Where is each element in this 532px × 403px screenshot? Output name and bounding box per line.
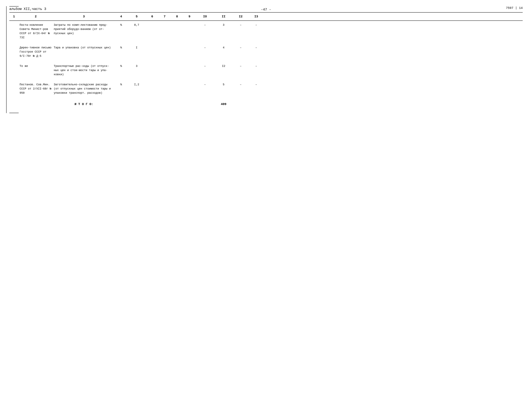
table-row: Поста-новление Совета Минист-ров СССР от…	[9, 22, 523, 40]
itogo-spacer-6	[146, 104, 158, 105]
bottom-rule	[9, 113, 19, 113]
cell-r1-c6	[146, 22, 158, 24]
itogo-spacer-1	[9, 104, 19, 105]
cell-r2-c13: –	[248, 45, 264, 50]
itogo-spacer-10	[196, 104, 214, 105]
cell-r4-c7	[158, 82, 171, 83]
cell-r2-c9	[183, 45, 196, 46]
cell-r4-c4: %	[115, 82, 127, 87]
itogo-spacer-7	[158, 104, 171, 105]
table-row: Дирек-тивное письмо Госстроя СССР от 9/I…	[9, 45, 523, 59]
top-rule-line	[9, 6, 19, 6]
cell-r2-c7	[158, 45, 171, 46]
col-header-1: 1	[9, 14, 19, 19]
cell-r1-c3: Затраты по комп-лектованию пред-приятий …	[53, 22, 115, 36]
itogo-label: И Т О Г О:	[53, 101, 115, 107]
cell-r2-c12: –	[233, 45, 248, 50]
album-title: альбом XII,часть 3	[9, 7, 46, 11]
cell-r2-c5: I	[127, 45, 146, 50]
itogo-row: И Т О Г О: 409	[9, 100, 523, 108]
cell-r1-c5: 0,7	[127, 22, 146, 28]
col-header-2: 2	[19, 14, 53, 19]
top-section: альбом XII,часть 3	[9, 6, 46, 11]
cell-r3-c3: Транспортные рас-ходы (от отпуск-ных цен…	[53, 63, 115, 77]
cell-r4-c13: –	[248, 82, 264, 87]
cell-r1-c1	[9, 22, 19, 24]
col-header-8: 8	[171, 14, 183, 19]
cell-r4-c11: 5	[214, 82, 233, 87]
left-border-rule	[6, 6, 6, 113]
cell-r1-c8	[171, 22, 183, 24]
col-header-11: II	[214, 14, 233, 19]
cell-r2-c3: Тара и упаковка (от отпускных цен)	[53, 45, 115, 50]
cell-r4-c9	[183, 82, 196, 83]
cell-r4-c10: –	[196, 82, 214, 87]
cell-r3-c4: %	[115, 63, 127, 69]
cell-r4-c3: Заготовительно-складские расходы (от отп…	[53, 82, 115, 96]
column-headers: 1 2 3 4 5 6 7 8 9 IO II I2 I3	[9, 12, 523, 21]
cell-r1-c11: 3	[214, 22, 233, 28]
cell-r3-c1	[9, 63, 19, 65]
cell-r2-c6	[146, 45, 158, 46]
cell-r3-c6	[146, 63, 158, 65]
col-header-6: 6	[146, 14, 158, 19]
cell-r3-c11: I2	[214, 63, 233, 69]
cell-r3-c10: –	[196, 63, 214, 69]
cell-r1-c12: –	[233, 22, 248, 28]
cell-r3-c7	[158, 63, 171, 65]
cell-r1-c7	[158, 22, 171, 24]
cell-r3-c5: 3	[127, 63, 146, 69]
cell-r4-c6	[146, 82, 158, 83]
cell-r2-c1	[9, 45, 19, 46]
cell-r3-c2: То же	[19, 63, 53, 69]
cell-r4-c8	[171, 82, 183, 83]
cell-r2-c10: –	[196, 45, 214, 50]
col-header-7: 7	[158, 14, 171, 19]
cell-r3-c9	[183, 63, 196, 65]
itogo-spacer-9	[183, 104, 196, 105]
table-body: Поста-новление Совета Минист-ров СССР от…	[9, 22, 523, 108]
cell-r4-c5: I,2	[127, 82, 146, 87]
col-header-10: IO	[196, 14, 214, 19]
itogo-value: 409	[214, 101, 233, 107]
col-header-9: 9	[183, 14, 196, 19]
page-number: -47 -	[261, 8, 271, 12]
cell-r1-c4: %	[115, 22, 127, 28]
cell-r3-c12: –	[233, 63, 248, 69]
itogo-spacer-5	[127, 104, 146, 105]
itogo-spacer-4	[115, 104, 127, 105]
table-row: То же Транспортные рас-ходы (от отпуск-н…	[9, 63, 523, 77]
table-row: Постанов. Сов.Мин. СССР от 2/XII-68г № 9…	[9, 82, 523, 96]
itogo-spacer-2	[19, 104, 53, 105]
itogo-spacer-13	[248, 104, 264, 105]
col-header-12: I2	[233, 14, 248, 19]
col-header-4: 4	[115, 14, 127, 19]
cell-r4-c2: Постанов. Сов.Мин. СССР от 2/XII-68г № 9…	[19, 82, 53, 96]
cell-r1-c13: –	[248, 22, 264, 28]
cell-r4-c12: –	[233, 82, 248, 87]
col-header-3: 3	[53, 14, 115, 19]
col-header-5: 5	[127, 14, 146, 19]
cell-r1-c2: Поста-новление Совета Минист-ров СССР от…	[19, 22, 53, 40]
cell-r1-c10: –	[196, 22, 214, 28]
cell-r3-c8	[171, 63, 183, 65]
page-wrapper: альбом XII,часть 3 -47 - 7597 | 14 1 2 3…	[9, 6, 523, 113]
doc-number: 7597 | 14	[506, 6, 523, 10]
cell-r3-c13: –	[248, 63, 264, 69]
cell-r2-c8	[171, 45, 183, 46]
top-bar: альбом XII,часть 3 -47 - 7597 | 14	[9, 6, 523, 11]
cell-r2-c11: 4	[214, 45, 233, 50]
cell-r4-c1	[9, 82, 19, 83]
itogo-spacer-12	[233, 104, 248, 105]
itogo-spacer-8	[171, 104, 183, 105]
cell-r2-c2: Дирек-тивное письмо Госстроя СССР от 9/I…	[19, 45, 53, 59]
cell-r2-c4: %	[115, 45, 127, 50]
col-header-13: I3	[248, 14, 264, 19]
cell-r1-c9	[183, 22, 196, 24]
